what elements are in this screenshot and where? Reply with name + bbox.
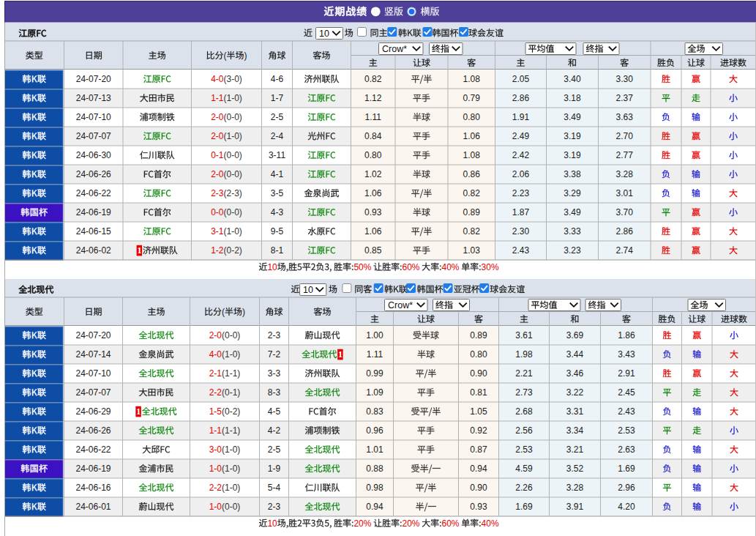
svg-text:1.09: 1.09 bbox=[366, 387, 383, 398]
svg-text:0.89: 0.89 bbox=[470, 330, 487, 340]
svg-text:0.81: 0.81 bbox=[470, 387, 487, 398]
svg-text:2-3: 2-3 bbox=[268, 330, 281, 340]
svg-text:24-06-19: 24-06-19 bbox=[75, 464, 111, 474]
svg-text:1: 1 bbox=[138, 245, 142, 256]
svg-text:3.70: 3.70 bbox=[616, 207, 634, 217]
svg-text:0.87: 0.87 bbox=[470, 444, 487, 455]
svg-text:): ) bbox=[242, 307, 245, 317]
svg-text:3.28: 3.28 bbox=[566, 483, 584, 493]
svg-text:3.29: 3.29 bbox=[564, 188, 581, 198]
svg-text:1.98: 1.98 bbox=[515, 349, 533, 360]
svg-text:0.90: 0.90 bbox=[470, 368, 487, 379]
svg-text:(0-0): (0-0) bbox=[222, 330, 240, 340]
svg-text:2.26: 2.26 bbox=[515, 483, 533, 493]
svg-text:1.06: 1.06 bbox=[364, 188, 382, 198]
svg-text:(2-3): (2-3) bbox=[224, 188, 242, 198]
svg-text:1.11: 1.11 bbox=[367, 349, 383, 360]
svg-text:2.05: 2.05 bbox=[512, 74, 530, 84]
svg-text:0.92: 0.92 bbox=[470, 425, 487, 436]
svg-text:1.69: 1.69 bbox=[618, 464, 635, 474]
svg-text:(0-2): (0-2) bbox=[222, 406, 240, 417]
svg-text:24-07-13: 24-07-13 bbox=[76, 93, 111, 103]
svg-text:2.56: 2.56 bbox=[515, 425, 533, 436]
svg-text:3.43: 3.43 bbox=[618, 349, 635, 360]
svg-text:4-3: 4-3 bbox=[271, 207, 284, 217]
svg-text:(0-0): (0-0) bbox=[224, 207, 242, 217]
svg-text:4.20: 4.20 bbox=[618, 502, 635, 512]
svg-text:3.38: 3.38 bbox=[564, 169, 581, 179]
svg-text:0.83: 0.83 bbox=[366, 406, 383, 417]
svg-text:0.79: 0.79 bbox=[463, 93, 481, 103]
svg-text:1.03: 1.03 bbox=[463, 245, 481, 256]
svg-text:(: ( bbox=[222, 307, 225, 317]
svg-text:2.23: 2.23 bbox=[512, 188, 530, 198]
svg-text:2-4: 2-4 bbox=[271, 131, 284, 141]
svg-text:10: 10 bbox=[319, 29, 329, 39]
svg-text:20%: 20% bbox=[353, 518, 371, 529]
svg-text:24-06-26: 24-06-26 bbox=[76, 169, 111, 179]
svg-text:1.12: 1.12 bbox=[364, 93, 382, 103]
svg-text:1: 1 bbox=[136, 406, 141, 417]
svg-text:24-06-22: 24-06-22 bbox=[76, 188, 111, 198]
svg-text:2-2: 2-2 bbox=[209, 387, 222, 398]
svg-text:2.21: 2.21 bbox=[515, 368, 533, 379]
svg-text:(0-0): (0-0) bbox=[224, 112, 242, 122]
svg-text:1.08: 1.08 bbox=[463, 150, 481, 160]
svg-text:2.06: 2.06 bbox=[512, 169, 530, 179]
svg-text:4-6: 4-6 bbox=[271, 74, 284, 84]
svg-text:0.80: 0.80 bbox=[470, 349, 487, 360]
svg-text:24-07-10: 24-07-10 bbox=[75, 368, 111, 379]
svg-text:2.63: 2.63 bbox=[618, 444, 635, 455]
svg-text:(3-0): (3-0) bbox=[224, 74, 242, 84]
svg-text:0.93: 0.93 bbox=[470, 502, 487, 512]
svg-text:1.01: 1.01 bbox=[366, 444, 383, 455]
svg-text:(1-1): (1-1) bbox=[222, 425, 240, 436]
svg-text:(1-1): (1-1) bbox=[222, 368, 240, 379]
svg-text:0.93: 0.93 bbox=[364, 207, 382, 217]
svg-text:3.63: 3.63 bbox=[616, 112, 634, 122]
svg-text:1.06: 1.06 bbox=[364, 226, 382, 237]
svg-text:0.85: 0.85 bbox=[364, 245, 382, 256]
svg-text:2-1: 2-1 bbox=[209, 368, 222, 379]
svg-text:2-0: 2-0 bbox=[211, 169, 224, 179]
svg-text:0.96: 0.96 bbox=[366, 425, 383, 436]
svg-text:(1-0): (1-0) bbox=[224, 131, 242, 141]
svg-text:0-0: 0-0 bbox=[211, 207, 224, 217]
svg-text:2.86: 2.86 bbox=[616, 226, 634, 237]
svg-text:2.53: 2.53 bbox=[515, 444, 533, 455]
svg-text:0.94: 0.94 bbox=[470, 464, 487, 474]
svg-text:0.88: 0.88 bbox=[366, 464, 383, 474]
svg-text:2.43: 2.43 bbox=[618, 406, 635, 417]
svg-text:(: ( bbox=[224, 51, 227, 61]
svg-text:0.82: 0.82 bbox=[463, 226, 481, 237]
svg-text:8-3: 8-3 bbox=[268, 387, 281, 398]
svg-text:2.43: 2.43 bbox=[512, 245, 530, 256]
svg-text:1: 1 bbox=[338, 349, 343, 360]
svg-text:3.33: 3.33 bbox=[564, 226, 581, 237]
svg-text:3-1: 3-1 bbox=[211, 226, 224, 237]
svg-text:24-06-29: 24-06-29 bbox=[75, 406, 111, 417]
svg-text:3.46: 3.46 bbox=[566, 368, 584, 379]
svg-text:2-3: 2-3 bbox=[211, 188, 224, 198]
svg-text:2.70: 2.70 bbox=[616, 131, 634, 141]
svg-text:2.37: 2.37 bbox=[616, 93, 634, 103]
svg-text:24-06-02: 24-06-02 bbox=[76, 245, 111, 256]
svg-text:40%: 40% bbox=[442, 262, 460, 272]
svg-text:0.82: 0.82 bbox=[364, 74, 382, 84]
svg-text:20%: 20% bbox=[402, 518, 419, 529]
svg-text:1-0: 1-0 bbox=[209, 464, 222, 474]
svg-text:1.05: 1.05 bbox=[470, 406, 487, 417]
svg-text:24-07-14: 24-07-14 bbox=[75, 349, 111, 360]
svg-text:3.52: 3.52 bbox=[566, 464, 584, 474]
svg-text:30%: 30% bbox=[482, 262, 499, 272]
svg-text:0.94: 0.94 bbox=[366, 502, 383, 512]
svg-text:24-06-15: 24-06-15 bbox=[76, 226, 111, 237]
svg-text:24-07-10: 24-07-10 bbox=[76, 112, 111, 122]
svg-text:3.19: 3.19 bbox=[564, 150, 581, 160]
svg-text:2.49: 2.49 bbox=[512, 131, 530, 141]
svg-text:0.86: 0.86 bbox=[463, 169, 481, 179]
svg-text:(0-0): (0-0) bbox=[224, 169, 242, 179]
svg-text:2.91: 2.91 bbox=[618, 368, 635, 379]
svg-text:Crow*: Crow* bbox=[388, 300, 413, 310]
svg-text:2-0: 2-0 bbox=[211, 112, 224, 122]
